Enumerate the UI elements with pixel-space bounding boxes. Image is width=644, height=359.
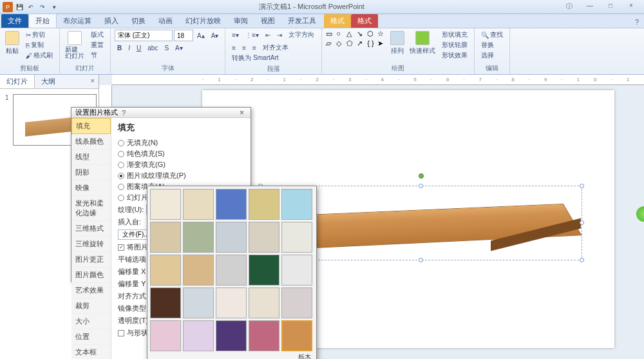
rotation-handle[interactable]: [419, 173, 424, 179]
dialog-nav-item[interactable]: 裁剪: [71, 298, 111, 314]
tab-slideshow[interactable]: 幻灯片放映: [179, 14, 227, 28]
ribbon-help-icon[interactable]: ?: [630, 16, 644, 28]
cut-button[interactable]: ✂ 剪切: [23, 30, 55, 40]
qat-dropdown-icon[interactable]: ▾: [49, 2, 59, 12]
texture-swatch[interactable]: [249, 189, 279, 220]
dialog-nav-item[interactable]: 映像: [71, 180, 111, 196]
handle-se[interactable]: [580, 258, 584, 262]
copy-button[interactable]: ⎘ 复制: [23, 40, 55, 50]
indent-dec-button[interactable]: ⇤: [263, 30, 273, 40]
side-tab-outline[interactable]: 大纲: [35, 75, 62, 88]
dialog-nav-item[interactable]: 图片更正: [71, 252, 111, 267]
side-tab-slides[interactable]: 幻灯片: [0, 75, 35, 88]
italic-button[interactable]: I: [126, 44, 133, 52]
layout-button[interactable]: 版式: [88, 30, 106, 40]
texture-swatch[interactable]: [281, 189, 312, 220]
texture-swatch[interactable]: [183, 222, 214, 253]
help-button[interactable]: ⓘ: [562, 2, 577, 12]
indent-inc-button[interactable]: ⇥: [274, 30, 285, 40]
dialog-nav-item[interactable]: 三维格式: [71, 221, 111, 237]
tab-file[interactable]: 文件: [1, 14, 28, 28]
dialog-nav-item[interactable]: 填充: [71, 118, 111, 134]
tile-checkbox[interactable]: [118, 244, 124, 251]
grow-font-button[interactable]: A▴: [194, 30, 207, 41]
fill-radio-option[interactable]: 无填充(N): [118, 137, 244, 148]
align-text-button[interactable]: 对齐文本: [260, 43, 291, 53]
texture-swatch[interactable]: [150, 287, 181, 318]
texture-swatch[interactable]: [281, 255, 312, 286]
texture-swatch[interactable]: [150, 255, 181, 286]
tab-home[interactable]: 开始: [28, 14, 57, 28]
numbering-button[interactable]: ⋮≡▾: [243, 30, 261, 40]
rotate-checkbox[interactable]: [118, 330, 124, 336]
dialog-nav-item[interactable]: 图片颜色: [71, 267, 111, 283]
quick-styles-button[interactable]: 快速样式: [408, 30, 437, 57]
fill-radio-option[interactable]: 纯色填充(S): [118, 148, 244, 159]
paste-button[interactable]: 粘贴: [4, 30, 21, 57]
tab-format-drawing[interactable]: 格式: [324, 14, 351, 28]
texture-swatch[interactable]: [216, 189, 247, 220]
minimize-button[interactable]: —: [582, 2, 598, 12]
shape-effects-button[interactable]: 形状效果: [439, 50, 470, 61]
handle-s[interactable]: [419, 258, 423, 262]
texture-swatch[interactable]: [281, 222, 312, 253]
align-center-button[interactable]: ≡: [240, 43, 249, 53]
format-painter-button[interactable]: 🖌 格式刷: [23, 50, 55, 61]
smartart-button[interactable]: 转换为 SmartArt: [229, 53, 317, 63]
texture-swatch[interactable]: [216, 222, 247, 253]
shape-outline-button[interactable]: 形状轮廓: [439, 40, 470, 50]
dialog-close-button[interactable]: ×: [237, 108, 247, 117]
texture-swatch[interactable]: [216, 320, 247, 351]
shapes-gallery[interactable]: ▭○△↘⬡☆ ▱◇⬠↗{ }➤: [326, 30, 386, 48]
align-right-button[interactable]: ≡: [250, 43, 259, 53]
align-left-button[interactable]: ≡: [229, 43, 238, 53]
reset-button[interactable]: 重置: [88, 40, 106, 50]
arrange-button[interactable]: 排列: [389, 30, 406, 57]
dialog-titlebar[interactable]: 设置图片格式 ? ×: [71, 108, 251, 118]
texture-swatch[interactable]: [183, 320, 214, 351]
shape-fill-button[interactable]: 形状填充: [439, 30, 470, 40]
tab-animations[interactable]: 动画: [152, 14, 179, 28]
text-direction-button[interactable]: 文字方向: [286, 30, 317, 40]
dialog-nav-item[interactable]: 阴影: [71, 165, 111, 180]
dialog-nav-item[interactable]: 艺术效果: [71, 283, 111, 298]
handle-e[interactable]: [580, 220, 584, 225]
tab-developer[interactable]: 开发工具: [281, 14, 323, 28]
maximize-button[interactable]: □: [603, 2, 618, 12]
texture-swatch[interactable]: [249, 320, 279, 351]
texture-swatch[interactable]: [216, 255, 247, 286]
tab-transitions[interactable]: 切换: [125, 14, 152, 28]
underline-button[interactable]: U: [134, 44, 144, 52]
font-name-select[interactable]: 宋体 (正文): [115, 30, 173, 41]
handle-n[interactable]: [419, 184, 423, 188]
shadow-button[interactable]: S: [162, 44, 171, 52]
texture-swatch[interactable]: [183, 189, 214, 220]
redo-icon[interactable]: ↷: [37, 2, 48, 12]
dialog-nav-item[interactable]: 位置: [71, 329, 111, 345]
handle-ne[interactable]: [580, 184, 584, 188]
close-button[interactable]: ×: [623, 2, 639, 12]
texture-swatch[interactable]: [281, 320, 312, 351]
dialog-help-button[interactable]: ?: [118, 109, 129, 117]
texture-swatch[interactable]: [249, 255, 279, 286]
texture-swatch[interactable]: [150, 222, 181, 253]
bold-button[interactable]: B: [115, 44, 124, 52]
undo-icon[interactable]: ↶: [26, 2, 36, 12]
replace-button[interactable]: 替换: [478, 40, 506, 50]
fill-radio-option[interactable]: 渐变填充(G): [118, 159, 244, 170]
side-close-button[interactable]: ×: [87, 75, 99, 88]
texture-swatch[interactable]: [281, 287, 312, 318]
tab-insert[interactable]: 插入: [98, 14, 125, 28]
select-button[interactable]: 选择: [478, 50, 506, 61]
dialog-nav-item[interactable]: 三维旋转: [71, 237, 111, 252]
bullets-button[interactable]: ≡▾: [229, 30, 242, 40]
tab-boolean[interactable]: 布尔运算: [57, 14, 98, 28]
find-button[interactable]: 🔍 查找: [478, 30, 506, 40]
font-size-select[interactable]: 18: [174, 30, 193, 41]
dialog-nav-item[interactable]: 大小: [71, 314, 111, 329]
texture-swatch[interactable]: [216, 287, 247, 318]
shrink-font-button[interactable]: A▾: [209, 30, 222, 41]
dialog-nav-item[interactable]: 文本框: [71, 345, 111, 359]
texture-swatch[interactable]: [183, 255, 214, 286]
texture-swatch[interactable]: [249, 222, 279, 253]
